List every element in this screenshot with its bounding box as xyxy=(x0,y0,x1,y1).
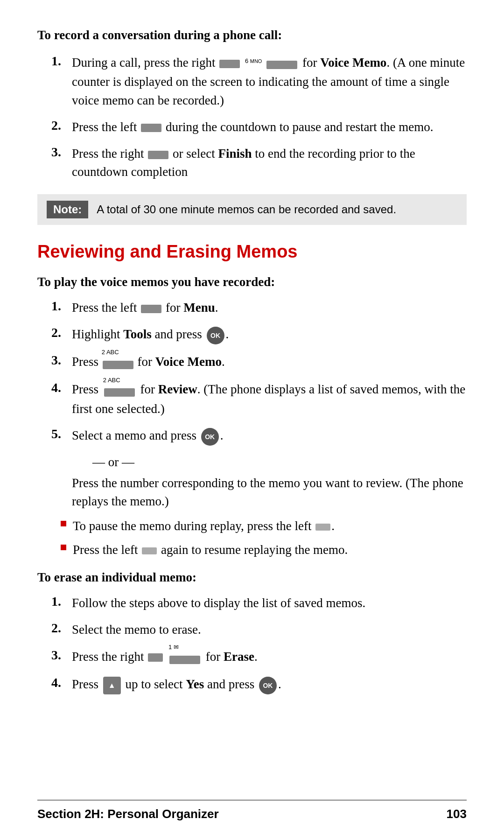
bullet-icon-2 xyxy=(61,545,66,550)
right-key-3 xyxy=(148,151,168,159)
erase-step-4: 4. Press up to select Yes and press . xyxy=(37,675,467,694)
key-superscript-6mno: 6 MNO xyxy=(245,57,262,64)
erase-step-number-1: 1. xyxy=(51,594,72,609)
key-1msg-erase xyxy=(169,656,200,664)
record-heading: To record a conversation during a phone … xyxy=(37,28,467,42)
left-key-2 xyxy=(141,124,161,132)
voice-memo-bold-1: Voice Memo xyxy=(320,56,386,70)
erase-step-3: 3. Press the right 1 ✉ for Erase. xyxy=(37,648,467,667)
tools-bold: Tools xyxy=(123,327,152,341)
erase-step-number-4: 4. xyxy=(51,675,72,690)
bullet-text-1: To pause the memo during replay, press t… xyxy=(73,517,335,535)
play-step-4: 4. Press 2 ABC for Review. (The phone di… xyxy=(37,380,467,418)
play-step-content-5: Select a memo and press . xyxy=(72,427,223,446)
play-step-content-1: Press the left for Menu. xyxy=(72,299,218,317)
record-step-2: 2. Press the left during the countdown t… xyxy=(37,118,467,136)
play-step-number-1: 1. xyxy=(51,299,72,314)
page-content: To record a conversation during a phone … xyxy=(0,0,504,741)
erase-step-1: 1. Follow the steps above to display the… xyxy=(37,594,467,612)
left-key-pause xyxy=(315,524,330,531)
nav-up-button xyxy=(103,677,121,694)
review-section-title: Reviewing and Erasing Memos xyxy=(37,242,467,262)
erase-bold: Erase xyxy=(224,650,254,664)
footer-section-label: Section 2H: Personal Organizer xyxy=(37,807,219,821)
menu-bold: Menu xyxy=(183,301,215,315)
right-key-erase xyxy=(148,653,163,662)
erase-heading: To erase an individual memo: xyxy=(37,570,467,585)
step-number-2: 2. xyxy=(51,118,72,133)
page-footer: Section 2H: Personal Organizer 103 xyxy=(37,800,467,821)
erase-key-superscript: 1 ✉ xyxy=(168,643,179,652)
finish-bold: Finish xyxy=(218,147,252,161)
bullet-item-2: Press the left again to resume replaying… xyxy=(61,541,467,559)
note-label: Note: xyxy=(47,201,88,218)
left-key-resume xyxy=(142,547,157,554)
record-steps-list: 1. During a call, press the right 6 MNO … xyxy=(37,54,467,181)
record-step-3: 3. Press the right or select Finish to e… xyxy=(37,145,467,181)
erase-steps-list: 1. Follow the steps above to display the… xyxy=(37,594,467,694)
right-key-1 xyxy=(219,60,240,68)
voice-memo-bold-3: Voice Memo xyxy=(155,355,222,369)
play-step-3: 3. Press 2 ABC for Voice Memo. xyxy=(37,353,467,372)
yes-bold: Yes xyxy=(186,677,204,691)
play-step-content-3: Press 2 ABC for Voice Memo. xyxy=(72,353,225,372)
key-6mno xyxy=(266,61,297,69)
step-number-1: 1. xyxy=(51,54,72,69)
step-content-1: During a call, press the right 6 MNO for… xyxy=(72,54,467,110)
erase-step-number-3: 3. xyxy=(51,648,72,663)
play-steps-list: 1. Press the left for Menu. 2. Highlight… xyxy=(37,299,467,446)
play-heading: To play the voice memos you have recorde… xyxy=(37,275,467,289)
play-step-number-4: 4. xyxy=(51,380,72,395)
ok-button-erase xyxy=(259,677,277,694)
note-text: A total of 30 one minute memos can be re… xyxy=(97,203,396,216)
or-text: — or — xyxy=(92,455,134,469)
key-2abc-4 xyxy=(104,388,135,397)
or-divider: — or — xyxy=(58,455,467,469)
erase-step-content-4: Press up to select Yes and press . xyxy=(72,675,281,694)
note-box: Note: A total of 30 one minute memos can… xyxy=(37,194,467,225)
play-step-number-5: 5. xyxy=(51,427,72,441)
or-paragraph: Press the number corresponding to the me… xyxy=(37,474,467,511)
play-step-content-4: Press 2 ABC for Review. (The phone displ… xyxy=(72,380,467,418)
bullet-item-1: To pause the memo during replay, press t… xyxy=(61,517,467,535)
erase-step-content-1: Follow the steps above to display the li… xyxy=(72,594,365,612)
play-step-1: 1. Press the left for Menu. xyxy=(37,299,467,317)
play-step-content-2: Highlight Tools and press . xyxy=(72,325,229,344)
footer-page-number: 103 xyxy=(447,807,467,821)
play-step-2: 2. Highlight Tools and press . xyxy=(37,325,467,344)
bullet-list: To pause the memo during replay, press t… xyxy=(37,517,467,559)
erase-step-number-2: 2. xyxy=(51,621,72,636)
left-key-play-1 xyxy=(141,305,161,313)
bullet-icon-1 xyxy=(61,521,66,526)
step-number-3: 3. xyxy=(51,145,72,160)
ok-button-5 xyxy=(201,428,219,446)
play-step-number-2: 2. xyxy=(51,325,72,340)
record-step-1: 1. During a call, press the right 6 MNO … xyxy=(37,54,467,110)
erase-step-content-2: Select the memo to erase. xyxy=(72,621,201,639)
bullet-text-2: Press the left again to resume replaying… xyxy=(73,541,348,559)
key3-superscript: 2 ABC xyxy=(102,348,119,357)
review-bold: Review xyxy=(158,382,197,396)
erase-step-content-3: Press the right 1 ✉ for Erase. xyxy=(72,648,258,667)
step-content-3: Press the right or select Finish to end … xyxy=(72,145,467,181)
key-2abc-3 xyxy=(103,361,133,369)
erase-step-2: 2. Select the memo to erase. xyxy=(37,621,467,639)
play-step-number-3: 3. xyxy=(51,353,72,368)
ok-button-2 xyxy=(207,327,224,344)
step-content-2: Press the left during the countdown to p… xyxy=(72,118,434,136)
key4-superscript: 2 ABC xyxy=(103,376,120,385)
play-step-5: 5. Select a memo and press . xyxy=(37,427,467,446)
